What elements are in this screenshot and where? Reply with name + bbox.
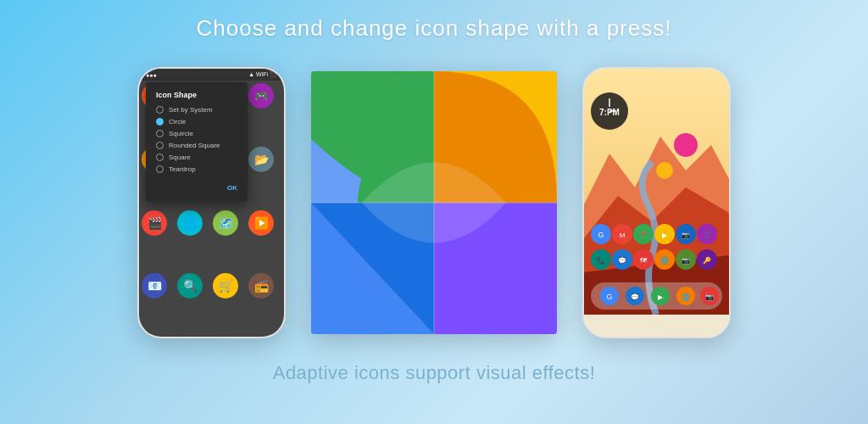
dialog-ok-area: OK [156, 178, 237, 193]
radio-teardrop [156, 165, 164, 173]
wallpaper-svg: 7:PM G M 📍 ▶ [584, 69, 729, 315]
left-phone-screen: ●●● ▲ WiFi ⬛ Icon Shape Set by System Ci… [139, 69, 284, 337]
dialog-title: Icon Shape [156, 91, 237, 99]
radio-circle [156, 118, 164, 126]
svg-text:▶: ▶ [662, 232, 668, 239]
option-rounded-square[interactable]: Rounded Square [156, 142, 237, 149]
option-label-teardrop: Teardrop [169, 165, 196, 173]
app-icon-15: 🛒 [213, 273, 238, 298]
option-label-square: Square [169, 153, 191, 161]
option-circle[interactable]: Circle [156, 118, 237, 126]
footer-text: Adaptive icons support visual effects! [0, 355, 868, 391]
svg-text:M: M [620, 232, 626, 239]
option-label-rounded-square: Rounded Square [169, 142, 220, 149]
ok-button[interactable]: OK [227, 184, 237, 192]
center-adaptive-icon-image [311, 71, 557, 334]
svg-point-22 [656, 162, 673, 179]
svg-text:7:PM: 7:PM [599, 108, 620, 117]
svg-text:G: G [598, 231, 604, 239]
adaptive-icon-svg [311, 71, 557, 334]
left-phone-mockup: ●●● ▲ WiFi ⬛ Icon Shape Set by System Ci… [137, 67, 286, 338]
app-icon-13: 📧 [142, 273, 167, 298]
status-icons: ▲ WiFi ⬛ [248, 71, 277, 78]
app-icon-9: 🎬 [142, 210, 167, 236]
svg-text:🗺: 🗺 [640, 257, 648, 265]
svg-text:🎵: 🎵 [703, 231, 711, 239]
content-area: ●●● ▲ WiFi ⬛ Icon Shape Set by System Ci… [0, 50, 868, 355]
svg-text:📍: 📍 [639, 231, 648, 239]
svg-text:📷: 📷 [705, 293, 714, 301]
svg-text:📷: 📷 [682, 231, 690, 239]
svg-text:🔑: 🔑 [703, 256, 711, 265]
app-icon-10: 🌐 [177, 210, 203, 236]
option-teardrop[interactable]: Teardrop [156, 165, 237, 173]
header-title: Choose and change icon shape with a pres… [0, 0, 868, 50]
radio-square [156, 153, 164, 161]
radio-rounded-square [156, 142, 164, 149]
app-icon-14: 🔍 [177, 273, 203, 298]
svg-text:G: G [606, 293, 612, 301]
svg-point-21 [674, 133, 698, 157]
app-icon-8: 📂 [248, 147, 274, 172]
svg-text:📷: 📷 [682, 256, 690, 265]
option-label-circle: Circle [169, 118, 186, 126]
svg-text:📞: 📞 [597, 256, 605, 265]
svg-text:💬: 💬 [631, 293, 639, 301]
radio-squircle [156, 130, 164, 137]
svg-text:🌐: 🌐 [682, 293, 690, 301]
page-wrapper: Choose and change icon shape with a pres… [0, 0, 868, 391]
svg-text:▶: ▶ [658, 293, 664, 301]
option-squircle[interactable]: Squircle [156, 130, 237, 137]
app-icon-12: ▶️ [248, 210, 274, 236]
app-icon-16: 📻 [248, 273, 274, 298]
right-phone-mockup: 9:41 ▲ 📶 🔋 [582, 67, 731, 338]
app-icon-4: 🎮 [248, 83, 274, 109]
app-icon-11: 🗺️ [213, 210, 238, 236]
svg-text:🌐: 🌐 [660, 256, 669, 265]
icon-shape-dialog[interactable]: Icon Shape Set by System Circle Squircle [146, 82, 248, 202]
option-label-set-by-system: Set by System [169, 106, 213, 114]
right-phone-screen: 9:41 ▲ 📶 🔋 [584, 69, 729, 337]
option-label-squircle: Squircle [169, 130, 193, 137]
radio-set-by-system [156, 106, 164, 114]
status-time: ●●● [146, 72, 157, 78]
option-square[interactable]: Square [156, 153, 237, 161]
option-set-by-system[interactable]: Set by System [156, 106, 237, 114]
left-status-bar: ●●● ▲ WiFi ⬛ [139, 69, 284, 81]
svg-text:💬: 💬 [618, 256, 626, 265]
